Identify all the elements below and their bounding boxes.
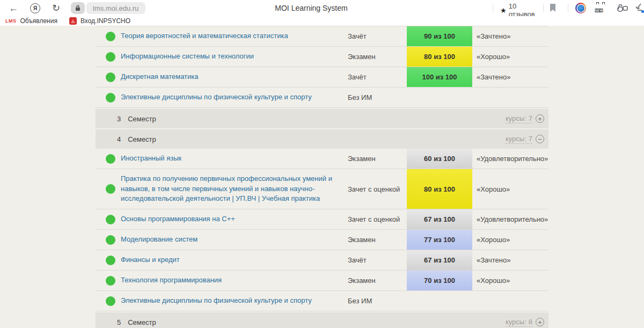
extension-lens-icon[interactable] <box>575 3 586 13</box>
course-status-dot-icon <box>106 256 115 265</box>
score-cell: 70 из 100 <box>407 271 472 290</box>
course-status-dot-icon <box>106 235 115 245</box>
course-status-dot-icon <box>106 184 115 194</box>
course-row: Технология программирования Экзамен 70 и… <box>96 271 548 291</box>
course-status-dot-icon <box>106 215 115 224</box>
course-link[interactable]: Иностранный язык <box>121 154 181 164</box>
url-text[interactable]: lms.moi.edu.ru <box>86 2 145 14</box>
control-type: Зачет с оценкой <box>348 209 407 229</box>
semester-label: Семестр <box>128 135 156 143</box>
extension-new-icon[interactable]: NEW <box>595 2 606 14</box>
incognito-glasses-icon[interactable] <box>616 3 630 15</box>
course-row: Элективные дисциплины по физической куль… <box>96 88 548 108</box>
course-link[interactable]: Технология программирования <box>121 275 222 286</box>
page-title: MOI Learning System <box>231 0 392 16</box>
score-cell: 100 из 100 <box>407 67 472 87</box>
download-icon[interactable] <box>635 3 644 13</box>
download-badge-dot <box>641 10 644 13</box>
course-link[interactable]: Элективные дисциплины по физической куль… <box>121 92 312 103</box>
grade-text: «Хорошо» <box>472 47 548 67</box>
bookmarks-bar: LMS Объявления Вход.INPSYCHO <box>0 16 644 26</box>
refresh-icon[interactable]: ↻ <box>52 3 60 13</box>
courses-count-link[interactable]: курсы:7 <box>506 114 532 123</box>
courses-count-link[interactable]: курсы:8 <box>506 318 532 327</box>
control-type: Без ИМ <box>348 291 407 311</box>
course-row: Основы программирования на C++ Зачет с о… <box>96 209 548 230</box>
control-type: Экзамен <box>348 230 407 250</box>
score-cell: 67 из 100 <box>407 250 472 270</box>
grade-text <box>472 88 548 107</box>
course-row: Иностранный язык Экзамен 60 из 100 «Удов… <box>96 149 548 169</box>
bookmark-label: Объявления <box>20 17 57 25</box>
grade-text: «Хорошо» <box>472 230 548 250</box>
browser-toolbar: ← Я ↻ lms.moi.edu.ru MOI Learning System… <box>0 0 644 16</box>
course-link[interactable]: Дискретная математика <box>121 72 199 82</box>
bookmark-inpsycho[interactable]: Вход.INPSYCHO <box>69 17 130 25</box>
score-cell <box>407 291 472 311</box>
grade-text <box>472 291 548 311</box>
course-row: Информационные системы и технологии Экза… <box>96 47 548 67</box>
course-link[interactable]: Финансы и кредит <box>121 255 180 265</box>
control-type: Зачёт <box>348 67 407 87</box>
course-link[interactable]: Информационные системы и технологии <box>121 52 254 62</box>
back-icon[interactable]: ← <box>9 3 18 13</box>
toggle-icon[interactable]: + <box>536 114 544 123</box>
star-icon: ★ <box>500 6 507 14</box>
semester-label: Семестр <box>128 318 156 326</box>
grade-text: «Зачтено» <box>472 250 548 270</box>
yandex-browser-icon[interactable]: Я <box>30 3 40 13</box>
course-link[interactable]: Элективные дисциплины по физической куль… <box>121 296 312 306</box>
toolbar-divider <box>568 4 568 12</box>
control-type: Зачет с оценкой <box>348 169 407 209</box>
bookmark-label: Вход.INPSYCHO <box>80 17 130 25</box>
toolbar-divider <box>493 4 493 12</box>
course-link[interactable]: Теория вероятностей и математическая ста… <box>121 31 288 41</box>
grade-text: «Удовлетворительно» <box>472 209 548 229</box>
control-type: Экзамен <box>348 47 407 67</box>
grade-text: «Хорошо» <box>472 169 548 209</box>
course-status-dot-icon <box>106 52 115 62</box>
control-type: Экзамен <box>348 271 407 290</box>
crest-favicon <box>69 17 77 25</box>
lock-icon[interactable] <box>71 2 85 14</box>
grade-text: «Удовлетворительно» <box>472 149 548 169</box>
bookmark-flag-icon[interactable] <box>550 4 556 14</box>
course-row: Элективные дисциплины по физической куль… <box>96 291 548 311</box>
course-status-dot-icon <box>106 32 115 41</box>
grades-table: Теория вероятностей и математическая ста… <box>96 26 548 328</box>
score-cell: 80 из 100 <box>407 47 472 67</box>
course-status-dot-icon <box>106 296 115 306</box>
grade-text: «Хорошо» <box>472 271 548 290</box>
score-cell <box>407 88 472 107</box>
semester-row: 3 Семестр курсы:7 + <box>96 109 548 128</box>
semester-row: 5 Семестр курсы:8 + <box>96 312 548 328</box>
toolbar-divider <box>543 4 544 12</box>
course-row: Практика по получению первичных професси… <box>96 169 548 209</box>
course-row: Теория вероятностей и математическая ста… <box>96 26 548 47</box>
course-row: Моделирование систем Экзамен 77 из 100 «… <box>96 230 548 250</box>
toggle-icon[interactable]: − <box>536 135 544 143</box>
control-type: Без ИМ <box>348 88 407 107</box>
score-cell: 77 из 100 <box>407 230 472 250</box>
control-type: Экзамен <box>348 149 407 169</box>
course-link[interactable]: Основы программирования на C++ <box>121 214 235 224</box>
courses-count-link[interactable]: курсы:7 <box>506 135 532 144</box>
semester-label: Семестр <box>128 115 156 123</box>
semester-number: 5 <box>117 318 121 326</box>
bookmark-announcements[interactable]: LMS Объявления <box>5 17 57 25</box>
course-row: Дискретная математика Зачёт 100 из 100 «… <box>96 67 548 88</box>
page-content: Теория вероятностей и математическая ста… <box>0 26 644 328</box>
lms-favicon: LMS <box>5 18 17 24</box>
course-link[interactable]: Моделирование систем <box>121 235 197 245</box>
course-row: Финансы и кредит Зачёт 67 из 100 «Зачтен… <box>96 250 548 271</box>
score-cell: 67 из 100 <box>407 209 472 229</box>
control-type: Зачёт <box>348 250 407 270</box>
address-bar[interactable]: lms.moi.edu.ru <box>71 2 145 14</box>
score-cell: 60 из 100 <box>407 149 472 169</box>
course-link[interactable]: Практика по получению первичных професси… <box>121 174 340 205</box>
score-cell: 80 из 100 <box>407 169 472 209</box>
score-cell: 90 из 100 <box>407 26 472 46</box>
toggle-icon[interactable]: + <box>536 318 544 326</box>
grade-text: «Зачтено» <box>472 26 548 46</box>
semester-row: 4 Семестр курсы:7 − <box>96 129 548 149</box>
